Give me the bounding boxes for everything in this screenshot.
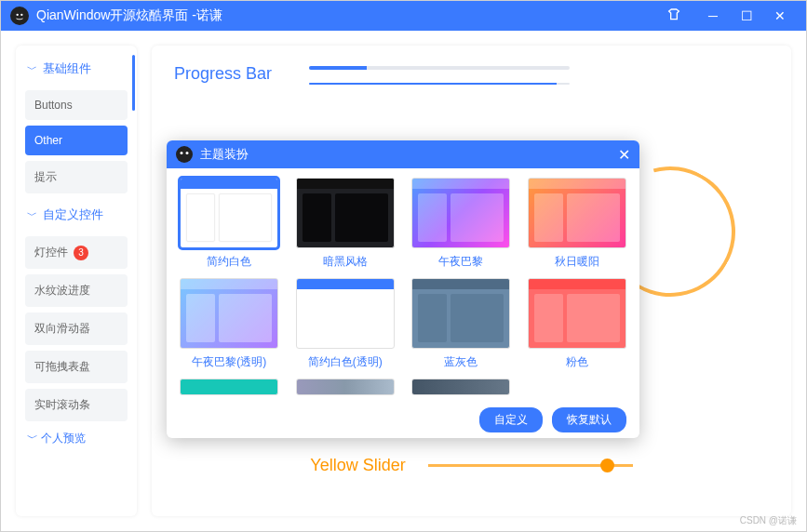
svg-point-3 xyxy=(186,152,189,154)
sidebar-cutoff-item[interactable]: ﹀ 个人预览 xyxy=(21,427,131,450)
sidebar-item-label: Buttons xyxy=(34,99,73,112)
theme-thumb xyxy=(180,278,278,349)
theme-card-bluegray[interactable]: 蓝灰色 xyxy=(410,278,513,369)
progress-bar-2[interactable] xyxy=(309,83,570,85)
theme-grid: 简约白色 暗黑风格 午夜巴黎 秋日暖阳 xyxy=(178,178,628,395)
theme-thumb xyxy=(180,178,278,248)
theme-thumb xyxy=(528,178,626,248)
sidebar: ﹀ 基础组件 Buttons Other 提示 ﹀ 自定义控件 灯控件 3 水纹… xyxy=(16,46,137,516)
sidebar-item-dial[interactable]: 可拖拽表盘 xyxy=(25,351,128,383)
sidebar-item-label: 灯控件 xyxy=(34,245,68,260)
theme-thumb xyxy=(411,379,510,395)
theme-card-sunset[interactable]: 秋日暖阳 xyxy=(526,178,629,269)
dialog-avatar-icon xyxy=(176,146,193,163)
window-title: QianWindow开源炫酷界面 -诺谦 xyxy=(36,7,657,24)
theme-label: 午夜巴黎 xyxy=(438,254,483,269)
theme-card-white-transparent[interactable]: 简约白色(透明) xyxy=(294,278,397,369)
svg-point-0 xyxy=(17,14,19,16)
dialog-body: 简约白色 暗黑风格 午夜巴黎 秋日暖阳 xyxy=(167,168,639,401)
sidebar-item-label: 可拖拽表盘 xyxy=(34,359,90,375)
theme-card-photo1[interactable] xyxy=(294,379,397,395)
maximize-button[interactable]: ☐ xyxy=(730,8,763,23)
theme-card-midnight-transparent[interactable]: 午夜巴黎(透明) xyxy=(178,278,281,369)
slider-knob[interactable] xyxy=(600,459,614,472)
theme-card-white[interactable]: 简约白色 xyxy=(178,178,281,269)
svg-point-1 xyxy=(20,14,22,16)
theme-thumb xyxy=(411,278,510,349)
progress-bars xyxy=(309,66,769,85)
close-button[interactable]: ✕ xyxy=(763,8,797,23)
sidebar-item-label: 实时滚动条 xyxy=(34,397,90,413)
app-avatar-icon xyxy=(10,7,29,25)
dialog-titlebar[interactable]: 主题装扮 ✕ xyxy=(167,140,639,168)
theme-thumb xyxy=(180,379,278,395)
sidebar-item-dual-slider[interactable]: 双向滑动器 xyxy=(25,313,128,345)
progress-bar-1[interactable] xyxy=(309,66,570,70)
theme-thumb xyxy=(296,178,395,248)
theme-thumb xyxy=(296,278,395,349)
yellow-slider-title: Yellow Slider xyxy=(310,456,405,475)
theme-label: 暗黑风格 xyxy=(323,254,368,269)
yellow-slider-section: Yellow Slider xyxy=(152,456,791,475)
sidebar-item-label: Other xyxy=(34,134,62,147)
sidebar-group-label: 自定义控件 xyxy=(43,206,103,223)
sidebar-item-tips[interactable]: 提示 xyxy=(25,161,128,193)
progress-section: Progress Bar xyxy=(174,62,769,85)
window-body: ﹀ 基础组件 Buttons Other 提示 ﹀ 自定义控件 灯控件 3 水纹… xyxy=(1,31,806,531)
theme-thumb xyxy=(411,178,510,248)
theme-dialog: 主题装扮 ✕ 简约白色 暗黑风格 午夜巴黎 xyxy=(167,140,639,438)
chevron-down-icon: ﹀ xyxy=(27,208,37,222)
sidebar-group-label: 基础组件 xyxy=(43,60,91,77)
sidebar-item-label: 提示 xyxy=(34,169,57,185)
sidebar-item-buttons[interactable]: Buttons xyxy=(25,90,128,120)
sidebar-item-other[interactable]: Other xyxy=(25,126,128,155)
progress-title: Progress Bar xyxy=(174,64,272,84)
sidebar-item-scroll[interactable]: 实时滚动条 xyxy=(25,389,128,421)
theme-label: 简约白色(透明) xyxy=(308,354,383,369)
theme-label: 粉色 xyxy=(566,354,588,369)
theme-label: 午夜巴黎(透明) xyxy=(192,354,266,369)
sidebar-item-water[interactable]: 水纹波进度 xyxy=(25,274,128,307)
theme-thumb xyxy=(528,278,626,349)
theme-label: 简约白色 xyxy=(207,254,251,269)
titlebar[interactable]: QianWindow开源炫酷界面 -诺谦 ─ ☐ ✕ xyxy=(1,1,806,31)
theme-card-photo2[interactable] xyxy=(410,379,513,395)
sidebar-item-label: 双向滑动器 xyxy=(34,321,90,337)
dialog-close-button[interactable]: ✕ xyxy=(618,146,630,164)
theme-shirt-icon[interactable] xyxy=(657,7,691,25)
yellow-slider[interactable] xyxy=(428,464,633,467)
watermark-label: CSDN @诺谦 xyxy=(740,514,797,527)
sidebar-item-lamp[interactable]: 灯控件 3 xyxy=(25,236,128,269)
chevron-down-icon: ﹀ xyxy=(27,62,37,76)
minimize-button[interactable]: ─ xyxy=(696,8,730,23)
dialog-title: 主题装扮 xyxy=(200,146,618,163)
sidebar-group-basic[interactable]: ﹀ 基础组件 xyxy=(21,53,131,85)
theme-card-pink[interactable]: 粉色 xyxy=(526,278,629,369)
dialog-footer: 自定义 恢复默认 xyxy=(167,401,639,438)
sidebar-group-custom[interactable]: ﹀ 自定义控件 xyxy=(21,199,131,231)
theme-label: 秋日暖阳 xyxy=(555,254,599,269)
custom-theme-button[interactable]: 自定义 xyxy=(479,407,543,432)
app-window: QianWindow开源炫酷界面 -诺谦 ─ ☐ ✕ ﹀ 基础组件 Button… xyxy=(0,0,807,532)
theme-card-midnight[interactable]: 午夜巴黎 xyxy=(410,178,513,269)
sidebar-scrollbar[interactable] xyxy=(132,55,135,111)
theme-thumb xyxy=(296,379,395,395)
reset-theme-button[interactable]: 恢复默认 xyxy=(552,407,626,432)
sidebar-item-label: 水纹波进度 xyxy=(34,283,90,299)
theme-card-dark[interactable]: 暗黑风格 xyxy=(294,178,397,269)
theme-card-teal[interactable] xyxy=(178,379,281,395)
theme-label: 蓝灰色 xyxy=(444,354,477,369)
svg-point-2 xyxy=(181,152,183,154)
sidebar-badge: 3 xyxy=(74,246,88,260)
